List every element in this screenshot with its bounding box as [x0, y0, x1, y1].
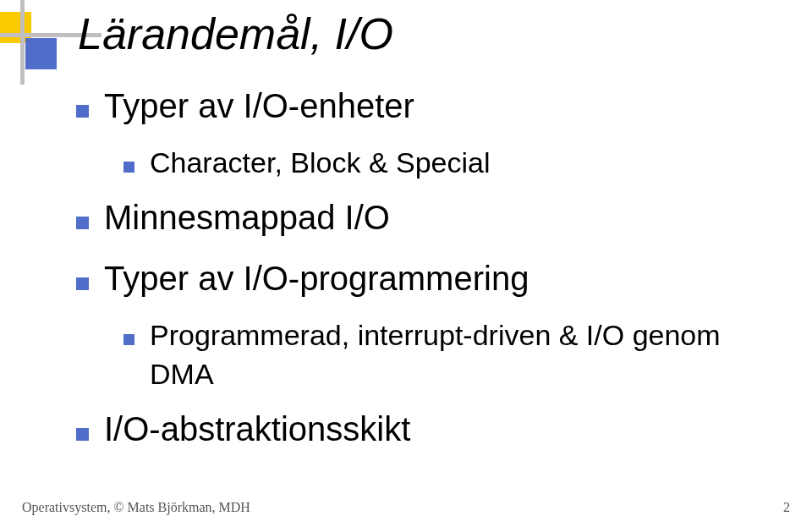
slide-content: Typer av I/O-enheter Character, Block & … — [76, 83, 778, 467]
bullet-square-icon — [123, 144, 134, 183]
slide-title: Lärandemål, I/O — [78, 8, 393, 59]
slide: Lärandemål, I/O Typer av I/O-enheter Cha… — [0, 0, 812, 527]
deco-blue-square — [25, 38, 57, 69]
bullet-text: I/O-abstraktionsskikt — [104, 406, 410, 452]
bullet-text: Character, Block & Special — [150, 144, 491, 183]
bullet-level2: Character, Block & Special — [76, 144, 778, 183]
bullet-square-icon — [76, 255, 89, 301]
bullet-square-icon — [76, 83, 89, 129]
deco-yellow-square — [0, 12, 31, 43]
bullet-level1: Typer av I/O-programmering — [76, 255, 778, 301]
bullet-square-icon — [76, 195, 89, 240]
bullet-text: Programmerad, interrupt-driven & I/O gen… — [150, 316, 778, 394]
bullet-level1: Minnesmappad I/O — [76, 195, 778, 240]
bullet-square-icon — [76, 406, 89, 452]
deco-vertical-line — [20, 0, 25, 85]
slide-footer: Operativsystem, © Mats Björkman, MDH 2 — [0, 500, 812, 515]
bullet-level1: Typer av I/O-enheter — [76, 83, 778, 129]
bullet-square-icon — [123, 316, 134, 355]
bullet-level1: I/O-abstraktionsskikt — [76, 406, 778, 452]
footer-left: Operativsystem, © Mats Björkman, MDH — [22, 500, 250, 515]
footer-page-number: 2 — [783, 500, 790, 515]
bullet-text: Typer av I/O-programmering — [104, 255, 529, 301]
bullet-level2: Programmerad, interrupt-driven & I/O gen… — [76, 316, 778, 394]
bullet-text: Minnesmappad I/O — [104, 195, 390, 240]
bullet-text: Typer av I/O-enheter — [104, 83, 414, 129]
